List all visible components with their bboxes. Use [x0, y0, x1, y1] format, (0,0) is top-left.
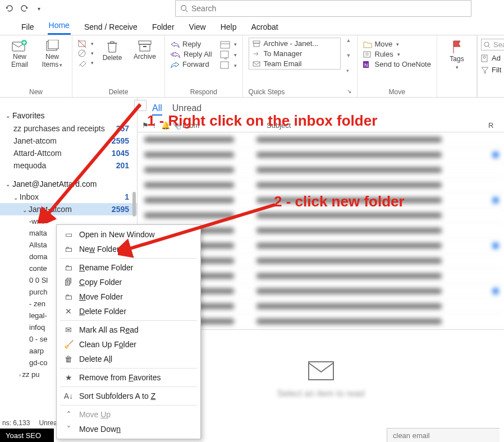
archive-button[interactable]: Archive: [131, 38, 159, 61]
mailopen-icon: ✉: [63, 325, 74, 334]
cleanup-button[interactable]: ▾: [78, 59, 94, 67]
clean-email-panel[interactable]: clean email: [387, 428, 500, 442]
folder-context-menu: ▭Open in New Window 🗀New Folder... 🗀Rena…: [56, 224, 201, 439]
message-row[interactable]: [138, 148, 504, 163]
undo-icon[interactable]: [2, 1, 17, 16]
ctx-rename-folder[interactable]: 🗀Rename Folder: [57, 260, 200, 275]
message-row[interactable]: [138, 193, 504, 208]
ctx-copy-folder[interactable]: 🗐Copy Folder: [57, 275, 200, 289]
onenote-icon: N: [363, 61, 372, 68]
ribbon-group-respond: Reply Reply All Forward ▾ ▾ ▾ Respond: [165, 35, 243, 97]
favorite-item[interactable]: zz purchases and receipts357: [0, 122, 137, 135]
onenote-button[interactable]: NSend to OneNote: [363, 60, 431, 68]
trash-icon: 🗑: [63, 354, 74, 363]
ignore-button[interactable]: ▾: [78, 40, 94, 48]
favorite-item[interactable]: Attard-Attcom1045: [0, 147, 137, 159]
filter-email-button[interactable]: Filt: [481, 66, 504, 74]
status-item-count: ns: 6,133: [2, 419, 30, 427]
copy-icon: 🗐: [63, 278, 74, 287]
ctx-mark-all-read[interactable]: ✉Mark All as Read: [57, 323, 200, 337]
reply-icon: [171, 41, 180, 48]
qs-teamemail[interactable]: Team Email: [253, 59, 337, 68]
tab-file[interactable]: File: [20, 19, 35, 35]
tab-folder[interactable]: Folder: [151, 19, 176, 35]
ctx-move-down[interactable]: ˅Move Down: [57, 422, 200, 436]
qs-archive[interactable]: Archive - Janet...: [253, 39, 337, 48]
reminder-column-icon[interactable]: 🔔: [161, 121, 172, 130]
ctx-open-new-window[interactable]: ▭Open in New Window: [57, 227, 200, 242]
folder-new-icon: 🗀: [63, 245, 74, 254]
forward-small-icon: [253, 50, 260, 57]
filter-all[interactable]: All: [152, 103, 162, 116]
junk-button[interactable]: ▾: [78, 49, 94, 57]
tab-acrobat[interactable]: Acrobat: [250, 19, 279, 35]
ribbon-group-delete: ▾ ▾ ▾ Delete Archive Delete: [72, 35, 165, 97]
filter-unread[interactable]: Unread: [172, 103, 201, 116]
qs-launcher-icon[interactable]: ↘: [347, 88, 351, 96]
address-book-button[interactable]: Ad: [481, 54, 504, 62]
ctx-new-folder[interactable]: 🗀New Folder...: [57, 242, 200, 256]
ribbon-group-move: Move▾ Rules▾ NSend to OneNote Move: [358, 35, 437, 97]
meeting-button[interactable]: ▾: [220, 40, 237, 49]
qs-expand-icon[interactable]: ▾: [346, 68, 351, 73]
rules-icon: [363, 50, 372, 58]
search-input[interactable]: Search: [175, 0, 471, 17]
reply-button[interactable]: Reply: [171, 40, 212, 48]
attachment-column-icon[interactable]: 📎: [172, 121, 182, 130]
envelope-icon: [308, 361, 335, 381]
nav-scrollbar-thumb[interactable]: [132, 192, 136, 217]
message-row[interactable]: [138, 178, 504, 193]
importance-column-icon[interactable]: !: [153, 121, 161, 130]
share-button[interactable]: ▾: [220, 50, 237, 59]
forward-button[interactable]: Forward: [171, 60, 212, 68]
new-email-button[interactable]: New Email: [6, 38, 34, 69]
nav-collapse-handle[interactable]: ‹: [134, 100, 146, 111]
qs-up-icon[interactable]: ▲: [346, 38, 351, 43]
ctx-remove-favorites[interactable]: ★Remove from Favorites: [57, 370, 200, 385]
filter-tabs: All Unread: [138, 98, 504, 119]
quick-steps-gallery[interactable]: Archive - Janet... To Manager Team Email: [249, 38, 341, 70]
delete-button[interactable]: Delete: [98, 38, 126, 62]
new-items-button[interactable]: New Items▾: [38, 38, 66, 69]
search-icon: [180, 4, 188, 12]
more-icon: [220, 61, 230, 70]
tab-view[interactable]: View: [188, 19, 207, 35]
flag-column-icon[interactable]: ⚑: [142, 121, 153, 130]
calendar-icon: [220, 40, 230, 49]
ctx-sort-az[interactable]: A↓Sort Subfolders A to Z: [57, 389, 200, 403]
tab-home[interactable]: Home: [48, 17, 71, 35]
ctx-clean-up-folder[interactable]: 🧹Clean Up Folder: [57, 337, 200, 352]
search-people-input[interactable]: Search: [481, 39, 504, 50]
move-button[interactable]: Move▾: [363, 40, 431, 48]
redo-icon[interactable]: [17, 1, 31, 16]
qs-down-icon[interactable]: ▼: [346, 53, 351, 58]
favorite-item[interactable]: Janet-atcom2595: [0, 135, 137, 147]
share-icon: [220, 50, 230, 59]
ctx-delete-all[interactable]: 🗑Delete All: [57, 352, 200, 366]
qat-more-icon[interactable]: ▾: [31, 1, 46, 16]
svg-rect-5: [48, 40, 58, 49]
janet-atcom-folder[interactable]: ⌄ Janet-atcom 2595: [0, 203, 137, 215]
addressbook-icon: [481, 54, 489, 62]
favorite-item[interactable]: mequoda201: [0, 159, 137, 172]
ctx-delete-folder[interactable]: ✕Delete Folder: [57, 304, 200, 319]
ctx-move-folder[interactable]: 🗀Move Folder: [57, 289, 200, 304]
reply-all-button[interactable]: Reply All: [171, 50, 212, 58]
received-column[interactable]: R: [488, 121, 500, 130]
rules-button[interactable]: Rules▾: [363, 50, 431, 58]
more-respond-button[interactable]: ▾: [220, 61, 237, 70]
subject-column[interactable]: Subject: [267, 121, 488, 130]
svg-line-1: [186, 10, 188, 12]
message-row[interactable]: [138, 163, 504, 178]
account-header[interactable]: ⌄Janet@JanetAttard.com: [6, 179, 137, 188]
tab-send-receive[interactable]: Send / Receive: [83, 19, 139, 35]
message-row[interactable]: [138, 132, 504, 148]
message-row[interactable]: [138, 208, 504, 223]
inbox-folder[interactable]: ⌄ Inbox 1: [0, 191, 137, 203]
tags-button[interactable]: Tags▾: [443, 38, 471, 71]
ctx-separator: [60, 368, 197, 369]
favorites-header[interactable]: ⌄Favorites: [6, 111, 137, 120]
from-column[interactable]: From: [182, 121, 267, 130]
tab-help[interactable]: Help: [219, 19, 238, 35]
qs-tomanager[interactable]: To Manager: [253, 49, 337, 58]
